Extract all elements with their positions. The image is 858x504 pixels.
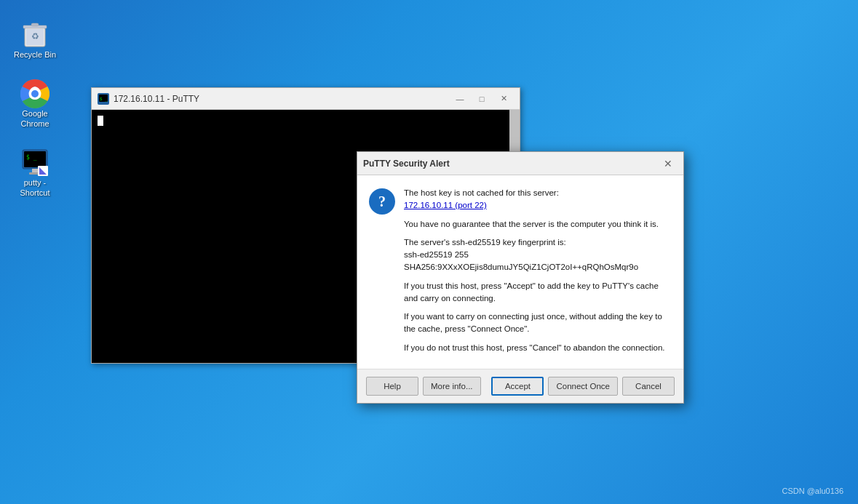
dialog-text-area: The host key is not cached for this serv… [404, 187, 672, 360]
svg-text:♻: ♻ [31, 31, 39, 41]
chrome-label: Google Chrome [12, 108, 58, 129]
dialog-msg-accept: If you trust this host, press "Accept" t… [404, 280, 672, 305]
connect-once-button[interactable]: Connect Once [548, 377, 618, 396]
putty-maximize-btn[interactable]: □ [472, 92, 492, 106]
question-mark: ? [369, 188, 395, 215]
msg-text-1: The host key is not cached for this serv… [404, 188, 559, 197]
putty-close-btn[interactable]: ✕ [493, 92, 514, 106]
accept-button[interactable]: Accept [491, 377, 544, 396]
msg-hostname: 172.16.10.11 (port 22) [404, 201, 487, 209]
svg-rect-3 [31, 23, 39, 26]
svg-text:$ _: $ _ [100, 96, 108, 102]
putty-window-controls: — □ ✕ [450, 92, 514, 106]
chrome-svg [20, 79, 49, 108]
recycle-bin-icon[interactable]: ♻ Recycle Bin [9, 15, 61, 63]
help-button[interactable]: Help [366, 377, 418, 396]
putty-titlebar-icon: $ _ [98, 93, 109, 105]
security-alert-dialog: PuTTY Security Alert ✕ ? The host key is… [357, 151, 684, 404]
watermark: CSDN @alu0136 [782, 487, 843, 495]
dialog-footer: Help More info... Accept Connect Once Ca… [357, 369, 683, 403]
terminal-cursor [98, 116, 103, 126]
svg-text:$ _: $ _ [26, 154, 37, 161]
svg-rect-11 [32, 169, 38, 172]
putty-window-title: 172.16.10.11 - PuTTY [114, 94, 450, 104]
recycle-bin-svg: ♻ [20, 17, 49, 49]
chrome-icon-desktop[interactable]: Google Chrome [9, 76, 61, 132]
dialog-close-btn[interactable]: ✕ [659, 156, 678, 172]
fingerprint-value: ssh-ed25519 255 SHA256:9XXxXOEjis8dumuJY… [404, 250, 638, 271]
svg-point-8 [31, 90, 39, 97]
dialog-body: ? The host key is not cached for this se… [357, 175, 683, 369]
dialog-msg-cancel: If you do not trust this host, press "Ca… [404, 342, 672, 354]
dialog-fingerprint-section: The server's ssh-ed25519 key fingerprint… [404, 236, 672, 274]
putty-svg: $ _ [20, 148, 49, 177]
more-info-button[interactable]: More info... [423, 377, 481, 396]
dialog-titlebar: PuTTY Security Alert ✕ [357, 152, 683, 175]
dialog-question-icon: ? [369, 188, 395, 215]
dialog-content-row: ? The host key is not cached for this se… [369, 187, 672, 360]
watermark-text: CSDN @alu0136 [782, 487, 843, 495]
dialog-msg-line3: You have no guarantee that the server is… [404, 218, 672, 231]
fingerprint-label: The server's ssh-ed25519 key fingerprint… [404, 238, 566, 247]
putty-titlebar: $ _ 172.16.10.11 - PuTTY — □ ✕ [92, 88, 520, 110]
putty-shortcut-icon[interactable]: $ _ putty - Shortcut [9, 145, 61, 201]
dialog-msg-line1: The host key is not cached for this serv… [404, 187, 672, 212]
putty-shortcut-label: putty - Shortcut [12, 177, 58, 199]
cancel-button[interactable]: Cancel [622, 377, 675, 396]
dialog-title: PuTTY Security Alert [363, 159, 659, 169]
recycle-bin-label: Recycle Bin [14, 49, 56, 60]
dialog-msg-once: If you want to carry on connecting just … [404, 311, 672, 336]
putty-minimize-btn[interactable]: — [450, 92, 470, 106]
